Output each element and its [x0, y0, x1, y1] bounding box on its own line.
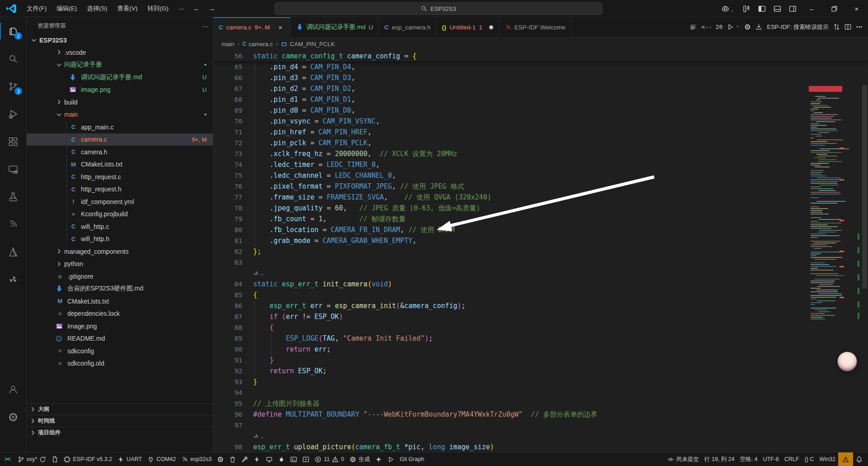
statusbar-build-button[interactable] [239, 452, 251, 466]
nav-forward-icon[interactable]: → [205, 3, 219, 14]
file-row-app_main.c[interactable]: Capp_main.c [27, 121, 213, 133]
statusbar-flash-button[interactable] [251, 452, 263, 466]
toggle-sidebar-icon[interactable] [754, 2, 769, 15]
section-大纲[interactable]: 大纲 [27, 403, 213, 415]
file-row-Kconfig.projbuild[interactable]: ≡Kconfig.projbuild [27, 208, 213, 221]
file-row-wifi_http.c[interactable]: Cwifi_http.c [27, 220, 213, 233]
statusbar-run-task[interactable] [385, 452, 397, 466]
toggle-panel-icon[interactable] [769, 2, 785, 15]
editor-action-counter[interactable]: <-- 20 [701, 24, 722, 30]
activity-testing[interactable] [0, 183, 26, 210]
statusbar-open-file-action[interactable] [49, 452, 61, 466]
activity-source-control[interactable]: 3 [0, 72, 26, 100]
statusbar-commit-status[interactable]: 尚未提交 [665, 452, 702, 466]
file-row-image.png[interactable]: image.pngU [27, 84, 213, 96]
statusbar-eol[interactable]: CRLF [782, 452, 802, 466]
minimap[interactable] [809, 84, 861, 452]
statusbar-esp-idf-version[interactable]: ESP-IDF v5.3.2 [61, 452, 115, 466]
menu-item-S[interactable]: 选择(S) [82, 3, 112, 14]
activity-extensions[interactable] [0, 128, 26, 155]
explorer-root-folder[interactable]: ESP32S3 [27, 34, 213, 46]
command-center-search[interactable]: ESP32S3 [274, 2, 603, 15]
statusbar-menuconfig[interactable] [214, 452, 226, 466]
tab-close-icon[interactable]: × [276, 23, 285, 32]
file-row-CMakeLists.txt[interactable]: MCMakeLists.txt [27, 295, 213, 308]
tab-Untitled-1[interactable]: {}Untitled-11 [436, 17, 499, 37]
file-row-http_request.h[interactable]: Chttp_request.h [27, 183, 213, 196]
statusbar-encoding[interactable]: UTF-8 [760, 452, 782, 466]
activity-run-debug[interactable] [0, 100, 26, 128]
activity-search[interactable] [0, 45, 26, 72]
section-项目组件[interactable]: 项目组件 [27, 427, 213, 438]
activity-remote-explorer[interactable] [0, 155, 26, 183]
nav-back-icon[interactable]: ← [190, 3, 203, 14]
statusbar-problems[interactable]: 110 [312, 452, 347, 466]
tab-ESP-IDF_Welcome[interactable]: ESP-IDF Welcome [499, 17, 571, 37]
tab-dirty-icon[interactable] [489, 25, 493, 29]
statusbar-indentation[interactable]: 空格: 4 [737, 452, 760, 466]
statusbar-idf-warning[interactable] [838, 452, 853, 466]
window-close-button[interactable]: × [845, 0, 868, 17]
file-row-sdkconfig[interactable]: ≡sdkconfig [27, 345, 213, 357]
statusbar-language-mode[interactable]: {} C [802, 452, 817, 466]
statusbar-monitor-button[interactable] [263, 452, 275, 466]
window-restore-button[interactable] [823, 0, 845, 17]
menu-item-F[interactable]: 文件(F) [22, 3, 52, 14]
window-minimize-button[interactable]: – [800, 0, 823, 17]
statusbar-flash-method[interactable]: UART [115, 452, 145, 466]
statusbar-serial-port[interactable]: COM42 [145, 452, 179, 466]
file-row-.gitignore[interactable]: ◆.gitignore [27, 270, 213, 283]
activity-cmake[interactable] [0, 238, 26, 266]
statusbar-debug-spark[interactable] [373, 452, 385, 466]
floating-avatar[interactable] [837, 352, 857, 371]
statusbar-full-clean[interactable] [226, 452, 239, 466]
explorer-more-actions-icon[interactable]: ··· [202, 22, 208, 30]
breadcrumb-item[interactable]: CAM_PIN_PCLK [290, 41, 335, 48]
statusbar-flash-monitor-button[interactable] [275, 452, 288, 466]
tab-camera.c[interactable]: Ccamera.c9+, M× [213, 17, 291, 37]
menu-item-E[interactable]: 编辑(E) [52, 3, 82, 14]
breadcrumb[interactable]: main›Ccamera.c›CAM_PIN_PCLK [213, 37, 868, 51]
file-row-________.md[interactable]: 调试问题记录手册.mdU [27, 71, 213, 84]
scrollbar-slider[interactable] [862, 85, 867, 289]
statusbar-notifications[interactable] [853, 452, 865, 466]
menu-item-G[interactable]: 转到(G) [142, 3, 174, 14]
file-row-managed_components[interactable]: managed_components [27, 245, 213, 258]
file-row-python[interactable]: python [27, 258, 213, 271]
statusbar-platform[interactable]: Win32 [817, 452, 838, 466]
file-row-http_request.c[interactable]: Chttp_request.c [27, 171, 213, 183]
menu-overflow[interactable]: ··· [174, 5, 189, 12]
file-row-main[interactable]: main● [27, 109, 213, 121]
file-row-camera.c[interactable]: Ccamera.c9+, M [27, 133, 213, 146]
statusbar-remote-indicator[interactable]: >< [0, 452, 15, 466]
editor-scrollbar[interactable] [861, 84, 868, 452]
activity-accounts[interactable] [0, 376, 26, 403]
file-row-___ESP32S3___.md[interactable]: 合宙的ESP32S3硬件图.md [27, 283, 213, 295]
file-row-camera.h[interactable]: Ccamera.h [27, 146, 213, 158]
file-row-image.png[interactable]: image.png [27, 320, 213, 333]
activity-explorer[interactable]: 2 [0, 17, 26, 45]
file-row-README.md[interactable]: README.md [27, 333, 213, 345]
file-row-idf_component.yml[interactable]: !idf_component.yml [27, 195, 213, 208]
activity-settings[interactable] [0, 403, 26, 431]
statusbar-cursor-position[interactable]: 行 19, 列 24 [702, 452, 737, 466]
code-editor[interactable]: 56static camera_config_t camera_config =… [213, 51, 868, 452]
file-row-build[interactable]: build [27, 96, 213, 109]
file-row-______[interactable]: 问题记录手册● [27, 59, 213, 71]
idf-hint-button[interactable]: ESP-IDF: 搜索错误提示 [767, 23, 829, 31]
statusbar-git-branch[interactable]: xxy* [15, 452, 49, 466]
file-row-dependencies.lock[interactable]: ≡dependencies.lock [27, 308, 213, 320]
file-row-CMakeLists.txt[interactable]: MCMakeLists.txt [27, 158, 213, 171]
menu-item-V[interactable]: 查看(V) [112, 3, 142, 14]
breadcrumb-item[interactable]: camera.c [249, 41, 273, 48]
breadcrumb-item[interactable]: main [222, 41, 234, 48]
sticky-scroll-line[interactable]: 56static camera_config_t camera_config =… [213, 51, 868, 62]
chevron-down-icon[interactable]: ⌄ [736, 23, 740, 29]
tab-________.md[interactable]: 调试问题记录手册.mdU [291, 17, 379, 37]
activity-tools[interactable] [0, 266, 26, 293]
tab-esp_camera.h[interactable]: Cesp_camera.h [379, 17, 436, 37]
statusbar-terminal-button[interactable] [288, 452, 300, 466]
statusbar-device-target[interactable]: esp32s3 [179, 452, 214, 466]
statusbar-open-component-button[interactable] [300, 452, 312, 466]
file-row-sdkconfig.old[interactable]: ≡sdkconfig.old [27, 357, 213, 370]
